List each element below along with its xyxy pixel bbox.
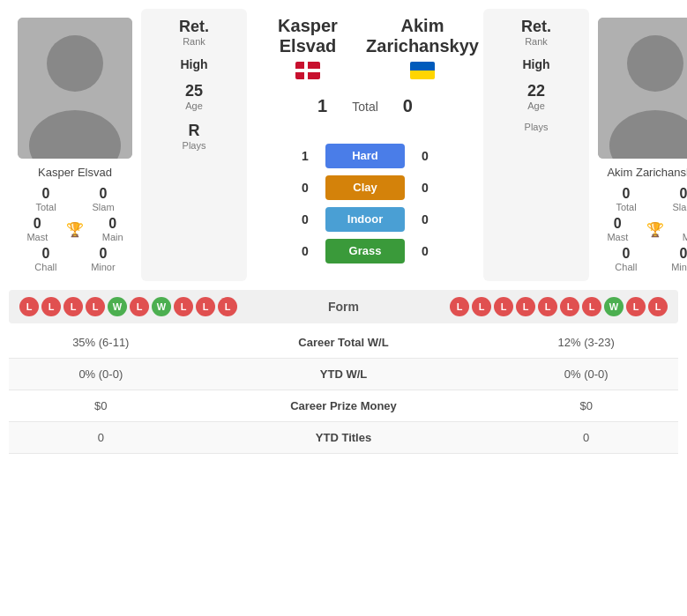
player1-rank-block: Ret. Rank <box>179 18 209 47</box>
court-section: 1 Hard 0 0 Clay 0 0 Indoor 0 <box>283 125 447 281</box>
form-badge-l: L <box>538 297 557 316</box>
player2-avatar <box>598 18 687 159</box>
ytd-wl-row: 0% (0-0) YTD W/L 0% (0-0) <box>9 359 678 390</box>
titles-label: YTD Titles <box>193 422 495 454</box>
player2-slam: 0 Slam <box>673 186 687 212</box>
career-wl-label: Career Total W/L <box>193 327 495 359</box>
form-badge-l: L <box>494 297 513 316</box>
player2-info-panel: Ret. Rank High 22 Age Plays <box>483 9 589 281</box>
player2-main: 0 Main <box>683 216 687 242</box>
form-badge-l: L <box>516 297 535 316</box>
svg-point-4 <box>627 35 683 92</box>
player2-name: AkimZarichanskyy <box>366 16 479 56</box>
form-badge-l: L <box>63 297 83 316</box>
form-badge-l: L <box>472 297 491 316</box>
indoor-court-label: Indoor <box>325 207 405 232</box>
prize-label: Career Prize Money <box>193 390 495 422</box>
player2-stat-row1: 0 Total 0 Slam <box>598 186 687 212</box>
player2-ytd-wl: 0% (0-0) <box>494 359 678 390</box>
svg-point-1 <box>47 35 103 92</box>
player1-header: KasperElsvad <box>250 9 365 89</box>
grass-court-label: Grass <box>325 239 405 263</box>
player1-titles: 0 <box>9 422 193 454</box>
form-badge-l: L <box>130 297 149 316</box>
player1-slam: 0 Slam <box>93 186 115 212</box>
player2-plays-block: Plays <box>525 122 549 132</box>
career-wl-row: 35% (6-11) Career Total W/L 12% (3-23) <box>9 327 678 359</box>
denmark-flag-icon <box>295 62 320 79</box>
form-badge-w: W <box>152 297 171 316</box>
player1-prize: $0 <box>9 390 193 422</box>
player2-card: Akim Zarichanskyy 0 Total 0 Slam 0 Mast <box>589 9 687 281</box>
player2-name-below: Akim Zarichanskyy <box>607 166 687 179</box>
player1-form: LLLLWLWLLL <box>19 297 237 316</box>
player2-stat-row2: 0 Mast 🏆 0 Main <box>598 216 687 242</box>
form-badge-l: L <box>174 297 193 316</box>
player1-stat-row2: 0 Mast 🏆 0 Main <box>18 216 132 242</box>
player2-stat-row3: 0 Chall 0 Minor <box>598 246 687 272</box>
player1-chall: 0 Chall <box>34 246 56 272</box>
form-badge-l: L <box>648 297 668 316</box>
player1-plays-block: R Plays <box>183 122 206 151</box>
player2-rank-block: Ret. Rank <box>521 18 551 47</box>
player2-chall: 0 Chall <box>615 246 637 272</box>
player2-minor: 0 Minor <box>671 246 687 272</box>
ukraine-flag-icon <box>410 62 435 79</box>
player1-high-block: High <box>180 57 207 71</box>
stats-table: 35% (6-11) Career Total W/L 12% (3-23) 0… <box>9 327 678 454</box>
player1-card: Kasper Elsvad 0 Total 0 Slam 0 Mast <box>9 9 141 281</box>
player1-minor: 0 Minor <box>91 246 116 272</box>
titles-row: 0 YTD Titles 0 <box>9 422 678 454</box>
player2-stats: 0 Total 0 Slam 0 Mast 🏆 0 <box>598 186 687 272</box>
form-label: Form <box>328 300 359 314</box>
player1-total: 0 Total <box>35 186 56 212</box>
player1-info-panel: Ret. Rank High 25 Age R Plays <box>141 9 247 281</box>
comparison-container: Kasper Elsvad 0 Total 0 Slam 0 Mast <box>0 0 687 463</box>
player1-flag <box>295 62 320 82</box>
player1-trophy-icon: 🏆 <box>66 221 84 238</box>
form-badge-w: W <box>604 297 624 316</box>
form-badge-w: W <box>108 297 127 316</box>
player2-high-block: High <box>522 57 549 71</box>
player2-flag <box>410 62 435 82</box>
form-badge-l: L <box>626 297 646 316</box>
player2-total: 0 Total <box>616 186 636 212</box>
clay-court-label: Clay <box>325 175 405 200</box>
form-section: LLLLWLWLLL Form LLLLLLLWLL <box>9 290 678 323</box>
player2-form: LLLLLLLWLL <box>450 297 668 316</box>
form-badge-l: L <box>582 297 601 316</box>
player-headers: KasperElsvad AkimZarichanskyy <box>250 9 480 89</box>
player2-header: AkimZarichanskyy <box>365 9 480 89</box>
player2-trophy-icon: 🏆 <box>646 221 664 238</box>
player2-mast: 0 Mast <box>607 216 628 242</box>
form-badge-l: L <box>450 297 469 316</box>
player1-stats: 0 Total 0 Slam 0 Mast 🏆 0 <box>18 186 132 272</box>
prize-row: $0 Career Prize Money $0 <box>9 390 678 422</box>
player1-career-wl: 35% (6-11) <box>9 327 193 359</box>
form-badge-l: L <box>19 297 39 316</box>
player1-avatar <box>18 18 132 159</box>
form-badge-l: L <box>196 297 215 316</box>
court-row-hard: 1 Hard 0 <box>292 144 438 168</box>
player1-mast: 0 Mast <box>26 216 48 242</box>
player1-main: 0 Main <box>102 216 123 242</box>
player2-prize: $0 <box>494 390 678 422</box>
form-badge-l: L <box>218 297 237 316</box>
player1-name-below: Kasper Elsvad <box>38 166 112 179</box>
player2-career-wl: 12% (3-23) <box>494 327 678 359</box>
player1-stat-row1: 0 Total 0 Slam <box>18 186 132 212</box>
player2-age-block: 22 Age <box>527 82 545 111</box>
hard-court-label: Hard <box>325 144 405 168</box>
player1-age-block: 25 Age <box>185 82 203 111</box>
form-badge-l: L <box>560 297 579 316</box>
ytd-wl-label: YTD W/L <box>193 359 495 390</box>
court-row-indoor: 0 Indoor 0 <box>292 207 438 232</box>
player1-stat-row3: 0 Chall 0 Minor <box>18 246 132 272</box>
form-badge-l: L <box>86 297 105 316</box>
form-badge-l: L <box>41 297 61 316</box>
court-row-clay: 0 Clay 0 <box>292 175 438 200</box>
middle-section: Ret. Rank High 25 Age R Plays <box>141 9 589 281</box>
top-section: Kasper Elsvad 0 Total 0 Slam 0 Mast <box>9 9 678 281</box>
player1-name: KasperElsvad <box>278 16 338 56</box>
center-column: KasperElsvad AkimZarichanskyy <box>250 9 480 281</box>
